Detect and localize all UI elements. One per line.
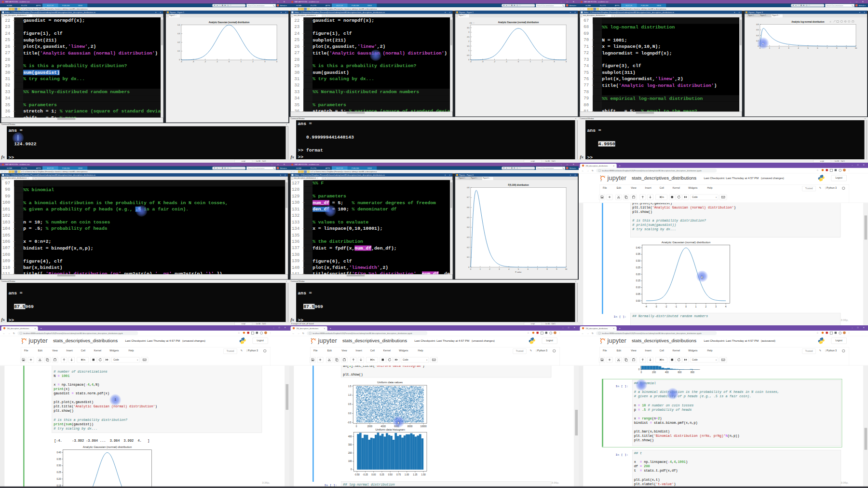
- svg-text:0.35: 0.35: [636, 253, 640, 255]
- svg-text:9: 9: [556, 268, 557, 270]
- svg-text:0.1: 0.1: [177, 50, 180, 52]
- svg-text:1.00: 1.00: [405, 474, 409, 476]
- svg-text:0.3: 0.3: [177, 33, 180, 35]
- svg-text:0.75: 0.75: [396, 474, 401, 476]
- svg-text:200: 200: [348, 452, 352, 454]
- svg-text:1: 1: [468, 50, 469, 52]
- svg-text:0.15: 0.15: [636, 279, 640, 282]
- svg-text:0.30: 0.30: [636, 260, 640, 262]
- svg-text:3: 3: [499, 268, 500, 270]
- svg-text:0: 0: [179, 59, 180, 61]
- svg-text:0.5: 0.5: [467, 217, 469, 219]
- svg-text:0.40: 0.40: [636, 247, 640, 249]
- svg-text:0.5: 0.5: [467, 55, 469, 56]
- svg-text:0.5: 0.5: [348, 403, 352, 405]
- svg-text:2.5: 2.5: [467, 36, 469, 38]
- svg-text:2: 2: [542, 61, 542, 63]
- svg-text:0.35: 0.35: [56, 458, 61, 460]
- svg-text:2: 2: [489, 268, 490, 270]
- svg-text:Uniform data histogram: Uniform data histogram: [375, 428, 405, 431]
- svg-text:0.25: 0.25: [56, 471, 61, 474]
- svg-text:0.25: 0.25: [380, 474, 384, 476]
- svg-text:3.5: 3.5: [467, 27, 469, 29]
- svg-text:10: 10: [855, 47, 857, 49]
- svg-text:1: 1: [241, 61, 242, 63]
- svg-text:0.6: 0.6: [756, 29, 759, 31]
- svg-text:0.20: 0.20: [636, 273, 640, 276]
- svg-text:1.25: 1.25: [413, 474, 417, 476]
- svg-text:7: 7: [827, 47, 827, 49]
- svg-text:0.50: 0.50: [388, 474, 393, 476]
- svg-text:1: 1: [769, 47, 770, 49]
- svg-text:400: 400: [665, 371, 669, 374]
- svg-text:0: 0: [685, 306, 687, 308]
- svg-text:3: 3: [788, 47, 789, 49]
- svg-text:-2: -2: [494, 61, 495, 63]
- svg-text:Run: Run: [83, 359, 85, 361]
- svg-text:1: 1: [695, 306, 697, 308]
- svg-text:3: 3: [468, 31, 469, 33]
- svg-text:4: 4: [798, 47, 799, 49]
- svg-text:0.00: 0.00: [636, 300, 640, 302]
- svg-text:4: 4: [276, 61, 277, 63]
- svg-text:×10: ×10: [469, 22, 472, 24]
- svg-text:600: 600: [678, 371, 681, 374]
- svg-text:0.1: 0.1: [467, 256, 469, 258]
- svg-text:-3: -3: [482, 61, 483, 63]
- svg-text:-2: -2: [665, 306, 667, 308]
- svg-text:0.2: 0.2: [177, 42, 180, 43]
- svg-text:Run: Run: [373, 359, 375, 361]
- svg-text:0.4: 0.4: [467, 226, 469, 228]
- svg-text:800: 800: [691, 371, 694, 374]
- svg-text:F(5,100) distribution: F(5,100) distribution: [508, 184, 529, 186]
- svg-text:5: 5: [518, 268, 519, 270]
- svg-text:6: 6: [528, 268, 529, 270]
- svg-text:Analytic log-normal distributi: Analytic log-normal distribution: [791, 21, 824, 23]
- svg-text:0.30: 0.30: [56, 464, 61, 467]
- svg-text:200: 200: [652, 371, 656, 374]
- svg-text:0: 0: [640, 371, 642, 374]
- svg-text:Analytic Gaussian (normal) dis: Analytic Gaussian (normal) distribution: [83, 446, 132, 448]
- svg-text:1: 1: [480, 268, 481, 270]
- svg-text:8: 8: [836, 47, 837, 49]
- svg-text:-1: -1: [217, 61, 218, 63]
- svg-text:0.05: 0.05: [636, 293, 640, 295]
- svg-text:-2: -2: [204, 61, 206, 63]
- svg-text:0.8: 0.8: [467, 187, 469, 189]
- svg-text:7: 7: [537, 268, 538, 270]
- svg-text:Run: Run: [662, 196, 664, 198]
- svg-text:4: 4: [725, 306, 727, 308]
- svg-text:3: 3: [264, 61, 265, 63]
- svg-text:-3: -3: [192, 61, 194, 63]
- svg-text:0.20: 0.20: [56, 478, 61, 480]
- svg-text:0.7: 0.7: [467, 196, 469, 198]
- svg-text:-4: -4: [645, 306, 648, 308]
- svg-text:0: 0: [351, 468, 352, 471]
- svg-text:5: 5: [807, 47, 808, 49]
- svg-text:-4: -4: [180, 61, 182, 63]
- svg-text:0.4: 0.4: [756, 35, 759, 37]
- svg-text:Uniform data values: Uniform data values: [377, 381, 403, 384]
- svg-text:1.5: 1.5: [348, 385, 352, 388]
- svg-text:0: 0: [468, 59, 469, 61]
- svg-text:-4: -4: [470, 61, 471, 63]
- svg-text:-0.25: -0.25: [363, 474, 368, 476]
- svg-text:0.25: 0.25: [636, 266, 640, 269]
- svg-text:Analytic Gaussian (normal) dis: Analytic Gaussian (normal) distribution: [209, 21, 250, 24]
- svg-text:Analytic Gaussian (normal) dis: Analytic Gaussian (normal) distribution: [498, 21, 539, 24]
- svg-text:F value: F value: [515, 271, 522, 273]
- svg-text:0.8: 0.8: [756, 24, 759, 26]
- svg-text:-0.5: -0.5: [347, 421, 351, 424]
- svg-text:0.40: 0.40: [56, 451, 61, 454]
- svg-text:100: 100: [348, 460, 352, 462]
- svg-text:2: 2: [779, 47, 780, 49]
- svg-text:-1: -1: [675, 306, 678, 308]
- svg-text:4: 4: [508, 268, 509, 270]
- svg-text:0.2: 0.2: [467, 247, 469, 249]
- svg-text:0.6: 0.6: [467, 207, 469, 209]
- svg-text:1.50: 1.50: [421, 474, 426, 476]
- svg-text:0.0: 0.0: [348, 412, 352, 415]
- svg-text:0: 0: [518, 61, 519, 63]
- svg-text:0: 0: [638, 368, 640, 371]
- svg-text:Run: Run: [662, 359, 664, 361]
